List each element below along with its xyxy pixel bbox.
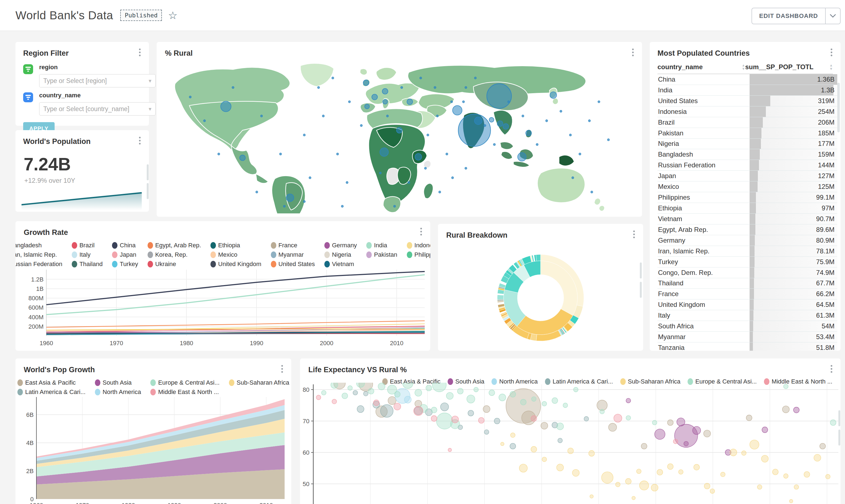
country-name-select[interactable]: Type or Select [country_name] ▾ — [39, 102, 156, 115]
table-row[interactable]: Philippines99.1M — [658, 192, 837, 203]
population-cell: 99.1M — [750, 192, 837, 203]
legend-item[interactable]: United Kingdom — [211, 260, 262, 268]
table-row[interactable]: South Africa54M — [658, 321, 837, 332]
sort-icon[interactable]: ▲▼ — [829, 64, 833, 70]
legend-label: Bangladesh — [15, 242, 42, 249]
legend-item[interactable]: Italy — [72, 251, 103, 258]
sort-icon[interactable]: ▲▼ — [741, 64, 745, 70]
table-row[interactable]: Pakistan185M — [658, 128, 837, 139]
table-scrollbar[interactable] — [837, 83, 840, 132]
country-cell: Thailand — [658, 278, 750, 289]
resize-handle[interactable] — [839, 410, 840, 426]
growth-line-chart[interactable]: 200M400M600M800M1B1.2B196019701980199020… — [15, 267, 430, 350]
kebab-menu-icon[interactable] — [828, 365, 835, 373]
table-row[interactable]: Thailand67.7M — [658, 278, 837, 289]
rural-map-panel: % Rural — [157, 42, 642, 217]
column-header-country[interactable]: country_name ▲▼ — [658, 63, 745, 71]
panel-title: World's Population — [15, 130, 149, 146]
published-badge[interactable]: Published — [120, 10, 162, 21]
legend-item[interactable]: Myanmar — [271, 251, 315, 258]
legend-item[interactable]: Vietnam — [324, 260, 357, 268]
resize-handle[interactable] — [640, 263, 642, 278]
legend-item[interactable]: China — [112, 242, 138, 249]
svg-text:60: 60 — [303, 449, 309, 456]
kebab-menu-icon[interactable] — [136, 49, 143, 56]
legend-item[interactable]: Indonesia — [407, 242, 430, 249]
legend-item[interactable]: Pakistan — [366, 251, 397, 258]
pop-growth-area-chart[interactable]: 02B4B6B196019701980199020002010 — [15, 392, 291, 504]
table-row[interactable]: India1.3B — [658, 85, 837, 96]
kebab-menu-icon[interactable] — [828, 49, 835, 56]
legend-item[interactable]: Iran, Islamic Rep. — [15, 251, 62, 258]
legend-label: China — [120, 242, 136, 249]
country-cell: Philippines — [658, 192, 750, 203]
rural-sunburst-chart[interactable] — [438, 224, 643, 351]
legend-item[interactable]: Philippines — [407, 251, 430, 258]
legend-item[interactable]: Europe & Central Asi... — [150, 379, 219, 386]
favorite-star-icon[interactable]: ☆ — [168, 10, 177, 21]
legend-item[interactable]: Egypt, Arab Rep. — [147, 242, 201, 249]
legend-item[interactable]: Ethiopia — [211, 242, 262, 249]
table-row[interactable]: Germany80.9M — [658, 235, 837, 246]
legend-label: Germany — [332, 242, 357, 249]
table-row[interactable]: Egypt, Arab Rep.89.6M — [658, 224, 837, 235]
edit-dashboard-button[interactable]: EDIT DASHBOARD — [752, 8, 826, 24]
resize-handle[interactable] — [640, 282, 642, 298]
table-row[interactable]: Myanmar53.4M — [658, 332, 837, 342]
kebab-menu-icon[interactable] — [278, 365, 286, 373]
table-row[interactable]: Nigeria177M — [658, 139, 837, 149]
table-row[interactable]: China1.36B — [658, 74, 837, 85]
world-choropleth-map[interactable] — [162, 59, 637, 213]
population-cell: 1.36B — [750, 74, 837, 85]
table-row[interactable]: Indonesia254M — [658, 106, 837, 117]
resize-handle[interactable] — [147, 164, 149, 180]
table-row[interactable]: Iran, Islamic Rep.78.1M — [658, 246, 837, 257]
edit-menu-chevron-button[interactable] — [826, 8, 841, 24]
legend-label: Brazil — [79, 242, 95, 249]
table-row[interactable]: Brazil206M — [658, 117, 837, 128]
legend-item[interactable]: Bangladesh — [15, 242, 62, 249]
population-cell: 61.3M — [750, 310, 837, 321]
resize-handle[interactable] — [147, 183, 149, 199]
legend-item[interactable]: South Asia — [95, 379, 141, 386]
country-cell: Turkey — [658, 257, 750, 267]
legend-item[interactable]: Japan — [112, 251, 138, 258]
table-row[interactable]: Congo, Dem. Rep.74.9M — [658, 267, 837, 278]
legend-item[interactable]: Germany — [324, 242, 357, 249]
table-row[interactable]: Russian Federation144M — [658, 160, 837, 171]
legend-item[interactable]: Nigeria — [324, 251, 357, 258]
region-select[interactable]: Type or Select [region] ▾ — [39, 74, 156, 87]
resize-handle[interactable] — [839, 430, 840, 446]
kebab-menu-icon[interactable] — [136, 137, 143, 144]
table-row[interactable]: Vietnam90.7M — [658, 214, 837, 224]
kebab-menu-icon[interactable] — [629, 49, 636, 56]
legend-item[interactable]: India — [366, 242, 397, 249]
kebab-menu-icon[interactable] — [417, 228, 425, 235]
legend-item[interactable]: Korea, Rep. — [147, 251, 201, 258]
table-row[interactable]: Turkey75.9M — [658, 257, 837, 267]
legend-item[interactable]: Mexico — [211, 251, 262, 258]
table-row[interactable]: France66.2M — [658, 289, 837, 300]
table-row[interactable]: Bangladesh159M — [658, 149, 837, 160]
legend-item[interactable]: Ukraine — [147, 260, 201, 268]
legend-item[interactable]: Turkey — [112, 260, 138, 268]
table-row[interactable]: Italy61.3M — [658, 310, 837, 321]
filter-field-label: country_name — [39, 92, 156, 99]
legend-item[interactable]: France — [271, 242, 315, 249]
svg-text:2000: 2000 — [213, 502, 227, 504]
column-header-population[interactable]: sum__SP_POP_TOTL ▲▼ — [745, 63, 833, 71]
table-row[interactable]: Ethiopia97M — [658, 203, 837, 214]
legend-item[interactable]: East Asia & Pacific — [17, 379, 86, 386]
legend-item[interactable]: United States — [271, 260, 315, 268]
legend-item[interactable]: Thailand — [72, 260, 103, 268]
table-row[interactable]: United Kingdom64.5M — [658, 300, 837, 310]
legend-item[interactable]: Sub-Saharan Africa — [229, 379, 289, 386]
table-row[interactable]: United States319M — [658, 96, 837, 106]
table-row[interactable]: Tanzania51.8M — [658, 342, 837, 351]
scatter-bubble-chart[interactable]: 80706050 — [300, 383, 841, 504]
table-row[interactable]: Mexico125M — [658, 181, 837, 192]
table-row[interactable]: Japan127M — [658, 171, 837, 181]
legend-item[interactable]: Russian Federation — [15, 260, 62, 268]
legend-item[interactable]: Brazil — [72, 242, 103, 249]
population-cell: 254M — [750, 106, 837, 117]
